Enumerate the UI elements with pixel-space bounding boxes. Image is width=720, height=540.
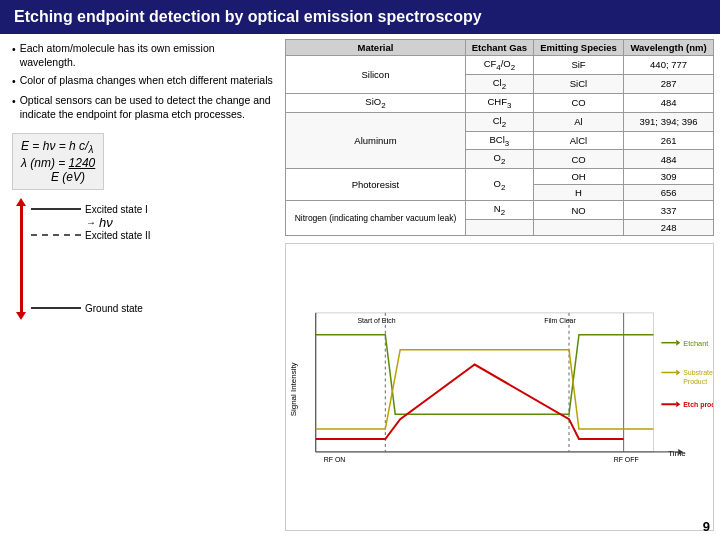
bullet-text-1: Each atom/molecule has its own emission … (20, 42, 273, 69)
arrow-right-symbol: → (86, 217, 96, 228)
chart-area (316, 313, 654, 452)
cell-al: Al (533, 112, 623, 131)
cell-co-sio2: CO (533, 93, 623, 112)
etchant-legend-label: Etchant (683, 339, 709, 348)
cell-aluminum: Aluminum (286, 112, 466, 169)
ground-state: Ground state (31, 303, 151, 314)
cell-cl2-al: Cl2 (465, 112, 533, 131)
table-row: Aluminum Cl2 Al 391; 394; 396 (286, 112, 714, 131)
bullet-text-2: Color of plasma changes when etch differ… (20, 74, 273, 88)
table-row: Silicon CF4/O2 SiF 440; 777 (286, 56, 714, 75)
cell-cf4: CF4/O2 (465, 56, 533, 75)
ground-label: Ground state (85, 303, 143, 314)
formula-2: λ (nm) = 1240 (21, 156, 95, 170)
formula-2b: E (eV) (21, 170, 95, 184)
y-axis-label: Signal Intensity (289, 363, 298, 417)
content-area: • Each atom/molecule has its own emissio… (0, 34, 720, 536)
cell-309: 309 (624, 169, 714, 185)
cell-co-al: CO (533, 150, 623, 169)
table-row: Photoresist O2 OH 309 (286, 169, 714, 185)
table-row: SiO2 CHF3 CO 484 (286, 93, 714, 112)
col-material: Material (286, 40, 466, 56)
cell-photoresist: Photoresist (286, 169, 466, 201)
title-text: Etching endpoint detection by optical em… (14, 8, 482, 25)
cell-440: 440; 777 (624, 56, 714, 75)
bullet-1: • Each atom/molecule has its own emissio… (12, 42, 273, 69)
cell-261: 261 (624, 131, 714, 150)
cell-484-al: 484 (624, 150, 714, 169)
slide: Etching endpoint detection by optical em… (0, 0, 720, 540)
bullet-3: • Optical sensors can be used to detect … (12, 94, 273, 121)
formula-box: E = hν = h c/λ λ (nm) = 1240 E (eV) (12, 133, 104, 189)
table-row: Nitrogen (indicating chamber vacuum leak… (286, 201, 714, 220)
hv-label: hν (99, 215, 113, 230)
rfon-label: RF ON (324, 456, 346, 463)
cell-sicl: SiCl (533, 74, 623, 93)
col-etchant: Etchant Gas (465, 40, 533, 56)
excited-state-1: Excited state I (31, 204, 151, 215)
col-emitting: Emitting Species (533, 40, 623, 56)
cell-sif: SiF (533, 56, 623, 75)
cell-bcl3: BCl3 (465, 131, 533, 150)
species-table: Material Etchant Gas Emitting Species Wa… (285, 39, 714, 236)
cell-o2-pr: O2 (465, 169, 533, 201)
cell-391: 391; 394; 396 (624, 112, 714, 131)
chart-svg: Signal Intensity RF ON RF OFF Time (286, 244, 713, 530)
cell-oh: OH (533, 169, 623, 185)
etch-prod-legend-arrow (676, 402, 680, 408)
col-wavelength: Wavelength (nm) (624, 40, 714, 56)
energy-diagram: Excited state I → hν Excited state II (12, 204, 273, 314)
time-label: Time (668, 449, 686, 458)
cell-248: 248 (624, 220, 714, 236)
cell-no: NO (533, 201, 623, 220)
cell-656: 656 (624, 185, 714, 201)
cell-empty-gas (465, 220, 533, 236)
etch-prod-legend-label: Etch product (683, 401, 713, 409)
cell-484-sio2: 484 (624, 93, 714, 112)
cell-cl2-si: Cl2 (465, 74, 533, 93)
cell-silicon: Silicon (286, 56, 466, 94)
substrate-legend-arrow (676, 370, 680, 376)
rfoff-label: RF OFF (614, 456, 639, 463)
cell-empty-species (533, 220, 623, 236)
oes-chart: Signal Intensity RF ON RF OFF Time (285, 243, 714, 531)
right-panel: Material Etchant Gas Emitting Species Wa… (285, 34, 720, 536)
substrate-legend-label2: Product (683, 379, 707, 386)
cell-nitrogen: Nitrogen (indicating chamber vacuum leak… (286, 201, 466, 236)
bullet-2: • Color of plasma changes when etch diff… (12, 74, 273, 89)
slide-title: Etching endpoint detection by optical em… (0, 0, 720, 34)
cell-chf3: CHF3 (465, 93, 533, 112)
cell-alcl: AlCl (533, 131, 623, 150)
excited-state-2: Excited state II (31, 230, 151, 241)
cell-o2-al: O2 (465, 150, 533, 169)
cell-sio2: SiO2 (286, 93, 466, 112)
formula-1: E = hν = h c/λ (21, 139, 95, 155)
cell-h: H (533, 185, 623, 201)
start-etch-label: Start of Etch (357, 317, 395, 324)
cell-337: 337 (624, 201, 714, 220)
etchant-legend-arrow (676, 340, 680, 346)
bullet-points: • Each atom/molecule has its own emissio… (12, 42, 273, 121)
cell-287: 287 (624, 74, 714, 93)
film-clear-label: Film Clear (544, 317, 576, 324)
left-panel: • Each atom/molecule has its own emissio… (0, 34, 285, 536)
page-number: 9 (703, 519, 710, 534)
substrate-legend-label: Substrate (683, 370, 713, 377)
excited-2-label: Excited state II (85, 230, 151, 241)
photon-row: → hν (86, 215, 151, 230)
cell-n2: N2 (465, 201, 533, 220)
excited-1-label: Excited state I (85, 204, 148, 215)
bullet-text-3: Optical sensors can be used to detect th… (20, 94, 273, 121)
